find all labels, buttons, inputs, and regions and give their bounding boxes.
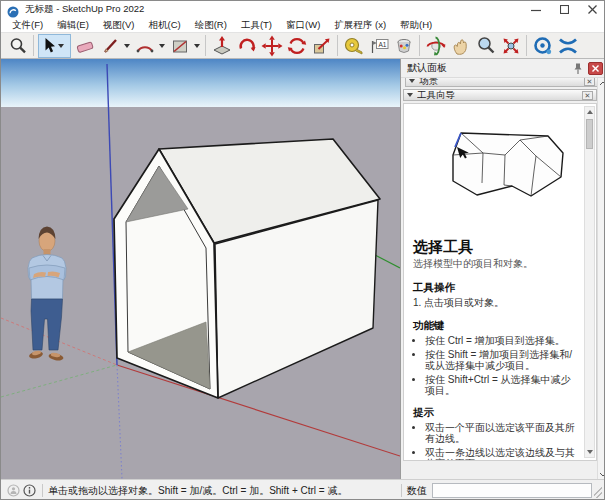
menu-extensions[interactable]: 扩展程序 (x) [327, 19, 393, 32]
measurements-input[interactable] [432, 483, 592, 498]
modifier-item: 按住 Ctrl = 增加项目到选择集。 [425, 335, 577, 347]
rotate-tool-button[interactable] [284, 34, 309, 58]
text-tool-button[interactable]: A1 [366, 34, 391, 58]
line-tool-button[interactable] [97, 34, 122, 58]
menu-help[interactable]: 帮助(H) [393, 19, 439, 32]
menubar: 文件(F) 编辑(E) 视图(V) 相机(C) 绘图(R) 工具(T) 窗口(W… [1, 18, 605, 33]
viewport-canvas[interactable] [1, 59, 400, 479]
tray-scrollbar[interactable] [597, 78, 605, 479]
default-tray-header[interactable]: 默认面板 [401, 59, 605, 78]
zoom-tool-button[interactable] [473, 34, 498, 58]
tip-item: 双击一条边线以选定该边线及与其共享的平面。 [425, 447, 577, 462]
eraser-icon [75, 36, 95, 56]
push-pull-icon [211, 35, 233, 57]
sky [1, 59, 400, 107]
search-tool-button[interactable] [5, 34, 30, 58]
select-tool-button[interactable] [38, 34, 71, 58]
sketchup-app-icon [7, 4, 19, 16]
scenes-section-clip: 场景 ✕ [403, 78, 597, 88]
scenes-section-label: 场景 [419, 78, 584, 88]
text-tool-icon: A1 [368, 35, 390, 57]
tips-list: 双击一个平面以选定该平面及其所有边线。 双击一条边线以选定该边线及与其共享的平面… [413, 422, 577, 462]
geolocation-icon[interactable] [5, 483, 21, 499]
scroll-up-icon[interactable] [585, 107, 594, 117]
instructor-subtitle: 选择模型中的项目和对象。 [413, 258, 577, 270]
text-tool-glyph: A1 [378, 40, 386, 47]
select-arrow-icon [43, 37, 56, 54]
zoom-icon [475, 35, 497, 57]
minimize-button[interactable] [522, 1, 550, 18]
credits-info-icon[interactable] [21, 483, 37, 499]
scenes-section-header[interactable]: 场景 ✕ [405, 78, 597, 87]
menu-file[interactable]: 文件(F) [5, 19, 50, 32]
toolbar: A1 [1, 33, 605, 59]
tray-scroll-down-icon[interactable] [599, 469, 605, 479]
move-tool-button[interactable] [259, 34, 284, 58]
eraser-tool-button[interactable] [72, 34, 97, 58]
arc-tool-button[interactable] [132, 34, 157, 58]
trimble-connect-icon [557, 35, 579, 57]
scrollbar-thumb[interactable] [586, 119, 593, 149]
default-tray-panel: 默认面板 场景 ✕ 工具向导 ✕ [400, 59, 605, 479]
close-button[interactable] [578, 1, 605, 18]
measurements-label: 数值 [407, 484, 427, 498]
operation-step: 1. 点击项目或对象。 [413, 297, 577, 309]
paint-bucket-tool-button[interactable] [391, 34, 416, 58]
expand-triangle-icon [407, 93, 413, 97]
push-pull-tool-button[interactable] [209, 34, 234, 58]
modifier-item: 按住 Shift = 增加项目到选择集和/或从选择集中减少项目。 [425, 349, 577, 372]
follow-me-tool-button[interactable] [234, 34, 259, 58]
toolbar-separator [337, 35, 338, 56]
modifier-item: 按住 Shift+Ctrl = 从选择集中减少项目。 [425, 374, 577, 397]
tape-measure-tool-button[interactable] [341, 34, 366, 58]
3d-warehouse-icon [532, 35, 554, 57]
default-tray-title: 默认面板 [407, 61, 570, 75]
menu-draw[interactable]: 绘图(R) [188, 19, 234, 32]
instructor-section-header[interactable]: 工具向导 ✕ [403, 89, 597, 101]
statusbar: 单击或拖动以选择对象。Shift = 加/减。Ctrl = 加。Shift + … [1, 479, 605, 500]
maximize-button[interactable] [550, 1, 578, 18]
menu-window[interactable]: 窗口(W) [279, 19, 327, 32]
menu-view[interactable]: 视图(V) [96, 19, 142, 32]
orbit-icon [425, 35, 447, 57]
tip-item: 双击一个平面以选定该平面及其所有边线。 [425, 422, 577, 445]
toolbar-separator [419, 35, 420, 56]
select-dropdown-caret[interactable] [58, 44, 64, 48]
menu-tools[interactable]: 工具(T) [234, 19, 279, 32]
panel-close-button[interactable] [588, 62, 603, 75]
scale-tool-button[interactable] [309, 34, 334, 58]
rectangle-dropdown-caret[interactable] [194, 44, 200, 48]
menu-camera[interactable]: 相机(C) [141, 19, 187, 32]
rectangle-icon [170, 36, 190, 56]
instructor-scrollbar[interactable] [584, 106, 595, 458]
toolbar-separator [205, 35, 206, 56]
instructor-title: 选择工具 [413, 238, 577, 257]
modifier-header: 功能键 [413, 319, 577, 333]
instructor-text: 选择工具 选择模型中的项目和对象。 工具操作 1. 点击项目或对象。 功能键 按… [413, 238, 577, 461]
orbit-tool-button[interactable] [423, 34, 448, 58]
arc-dropdown-caret[interactable] [159, 44, 165, 48]
trimble-connect-button[interactable] [555, 34, 580, 58]
expand-triangle-icon [409, 79, 415, 83]
statusbar-separator [42, 484, 43, 497]
menu-edit[interactable]: 编辑(E) [50, 19, 96, 32]
pin-icon[interactable] [570, 61, 586, 76]
tips-header: 提示 [413, 406, 577, 420]
pan-tool-button[interactable] [448, 34, 473, 58]
resize-grip[interactable] [594, 484, 602, 498]
zoom-extents-tool-button[interactable] [498, 34, 523, 58]
scroll-down-icon[interactable] [585, 447, 594, 457]
instructor-content: 选择工具 选择模型中的项目和对象。 工具操作 1. 点击项目或对象。 功能键 按… [403, 103, 597, 461]
scale-icon [311, 35, 333, 57]
tray-scroll-up-icon[interactable] [599, 78, 605, 88]
scenes-section-close-icon[interactable]: ✕ [584, 78, 595, 86]
pan-hand-icon [450, 35, 472, 57]
3d-warehouse-button[interactable] [530, 34, 555, 58]
instructor-section-close-icon[interactable]: ✕ [582, 91, 593, 100]
zoom-extents-icon [500, 35, 522, 57]
modifier-list: 按住 Ctrl = 增加项目到选择集。 按住 Shift = 增加项目到选择集和… [413, 335, 577, 397]
move-icon [261, 35, 283, 57]
pencil-icon [101, 36, 119, 56]
line-dropdown-caret[interactable] [124, 44, 130, 48]
rectangle-tool-button[interactable] [167, 34, 192, 58]
